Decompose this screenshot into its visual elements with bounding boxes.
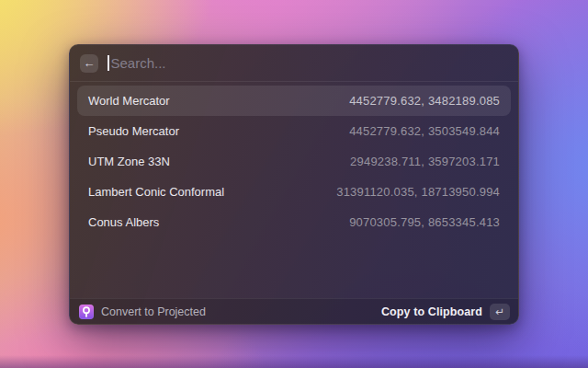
- search-bar[interactable]: ← Search...: [70, 45, 518, 82]
- footer-command-label: Convert to Projected: [101, 305, 206, 318]
- result-row[interactable]: Conus Albers 9070305.795, 8653345.413: [77, 207, 511, 237]
- text-caret: [107, 55, 109, 71]
- result-label: Lambert Conic Conformal: [88, 185, 224, 199]
- results-list: World Mercator 4452779.632, 3482189.085 …: [70, 82, 518, 298]
- footer-bar: Convert to Projected Copy to Clipboard ↵: [70, 298, 518, 324]
- search-input[interactable]: Search...: [111, 55, 166, 71]
- result-row[interactable]: UTM Zone 33N 2949238.711, 3597203.171: [77, 146, 511, 177]
- back-button[interactable]: ←: [80, 54, 98, 73]
- enter-key-icon: ↵: [490, 304, 510, 320]
- result-label: Conus Albers: [88, 215, 159, 229]
- desktop-background: { "window": { "search": { "back_icon": "…: [0, 0, 588, 368]
- command-palette-window: ← Search... World Mercator 4452779.632, …: [69, 44, 519, 325]
- footer-command: Convert to Projected: [79, 305, 206, 319]
- result-value: 4452779.632, 3503549.844: [349, 124, 500, 138]
- result-row[interactable]: World Mercator 4452779.632, 3482189.085: [77, 86, 511, 116]
- result-value: 2949238.711, 3597203.171: [350, 155, 500, 168]
- result-row[interactable]: Pseudo Mercator 4452779.632, 3503549.844: [77, 116, 511, 146]
- result-label: Pseudo Mercator: [88, 124, 179, 138]
- copy-to-clipboard-button[interactable]: Copy to Clipboard ↵: [381, 304, 510, 320]
- result-label: World Mercator: [88, 94, 170, 108]
- result-label: UTM Zone 33N: [88, 155, 170, 168]
- result-value: 4452779.632, 3482189.085: [349, 94, 500, 108]
- result-row[interactable]: Lambert Conic Conformal 31391120.035, 18…: [77, 177, 511, 207]
- back-arrow-icon: ←: [84, 54, 96, 73]
- result-value: 9070305.795, 8653345.413: [349, 215, 500, 229]
- result-value: 31391120.035, 18713950.994: [336, 185, 500, 199]
- map-pin-icon: [79, 305, 94, 319]
- copy-to-clipboard-label: Copy to Clipboard: [381, 305, 482, 318]
